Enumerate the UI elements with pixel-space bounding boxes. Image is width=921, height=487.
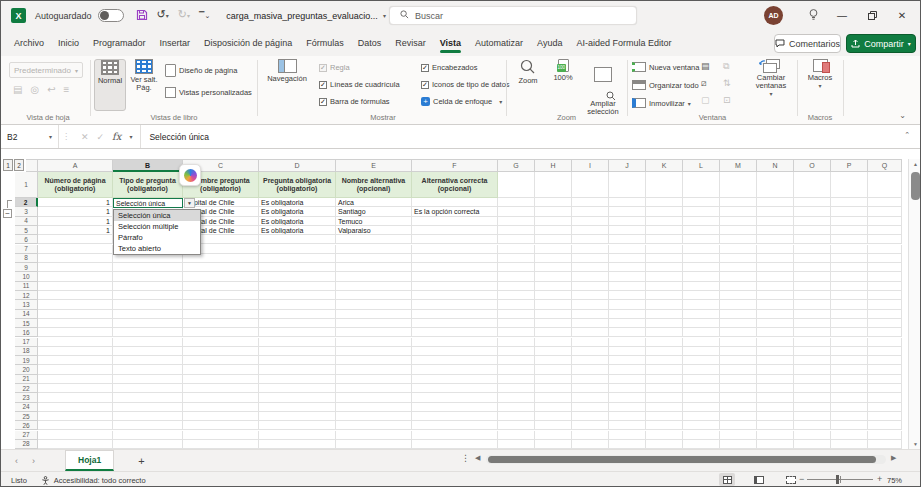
cell-F17[interactable]: [412, 338, 498, 347]
cell-J25[interactable]: [609, 412, 646, 421]
expand-formula-bar-icon[interactable]: ⌃: [904, 131, 910, 139]
cell-A19[interactable]: [38, 356, 113, 365]
cell-M13[interactable]: [720, 300, 757, 309]
cell-L8[interactable]: [683, 254, 720, 263]
cell-E24[interactable]: [336, 403, 412, 412]
cell-E26[interactable]: [336, 421, 412, 430]
cell-N9[interactable]: [757, 263, 794, 272]
cell-I24[interactable]: [572, 403, 609, 412]
row-header-21[interactable]: 21: [15, 375, 38, 384]
cell-O23[interactable]: [794, 393, 831, 402]
cell-M21[interactable]: [720, 375, 757, 384]
cell-F16[interactable]: [412, 328, 498, 337]
cell-J22[interactable]: [609, 384, 646, 393]
cell-K8[interactable]: [646, 254, 683, 263]
cell-M22[interactable]: [720, 384, 757, 393]
cell-H20[interactable]: [535, 365, 572, 374]
cell-I17[interactable]: [572, 338, 609, 347]
cell-H24[interactable]: [535, 403, 572, 412]
dropdown-arrow-icon[interactable]: ▼: [184, 198, 195, 208]
cell-D7[interactable]: [259, 245, 336, 254]
cell-M7[interactable]: [720, 245, 757, 254]
cell-H9[interactable]: [535, 263, 572, 272]
cell-J2[interactable]: [609, 198, 646, 207]
restore-button[interactable]: [857, 1, 887, 30]
checkbox-lineas-de-cuadricula[interactable]: ✓ Líneas de cuadrícula: [319, 80, 400, 89]
formula-content[interactable]: Selección única: [141, 132, 209, 142]
cell-H15[interactable]: [535, 319, 572, 328]
cell-B10[interactable]: [113, 272, 183, 281]
tab-inicio[interactable]: Inicio: [51, 32, 86, 54]
cell-D21[interactable]: [259, 375, 336, 384]
cell-A11[interactable]: [38, 282, 113, 291]
comments-button[interactable]: Comentarios: [774, 34, 841, 53]
cell-Q21[interactable]: [868, 375, 902, 384]
cell-G27[interactable]: [498, 431, 535, 440]
validation-dropdown-list[interactable]: Selección únicaSelección múltiplePárrafo…: [113, 209, 201, 255]
cell-B27[interactable]: [113, 431, 183, 440]
cell-A17[interactable]: [38, 338, 113, 347]
cell-E22[interactable]: [336, 384, 412, 393]
save-icon[interactable]: [136, 9, 148, 23]
cell-P25[interactable]: [831, 412, 868, 421]
column-header-J[interactable]: J: [609, 159, 646, 172]
cell-B14[interactable]: [113, 310, 183, 319]
cell-D3[interactable]: Es obligatoria: [259, 207, 336, 216]
freeze-panes-button[interactable]: Inmovilizar ▾: [632, 98, 691, 108]
hscroll-left-icon[interactable]: ◀: [475, 454, 480, 462]
cell-G1[interactable]: [498, 172, 535, 198]
cell-A26[interactable]: [38, 421, 113, 430]
cell-K19[interactable]: [646, 356, 683, 365]
cell-J4[interactable]: [609, 217, 646, 226]
row-header-26[interactable]: 26: [15, 421, 38, 430]
cell-Q28[interactable]: [868, 440, 902, 449]
cell-F4[interactable]: [412, 217, 498, 226]
cell-J9[interactable]: [609, 263, 646, 272]
cell-C11[interactable]: [183, 282, 259, 291]
cell-Q24[interactable]: [868, 403, 902, 412]
cell-H25[interactable]: [535, 412, 572, 421]
cell-K18[interactable]: [646, 347, 683, 356]
spreadsheet-grid[interactable]: 1 2 − ABCDEFGHIJKLMNOPQ1Número de página…: [1, 149, 921, 449]
cell-I6[interactable]: [572, 235, 609, 244]
cell-Q14[interactable]: [868, 310, 902, 319]
cell-N19[interactable]: [757, 356, 794, 365]
cell-H27[interactable]: [535, 431, 572, 440]
tab-programador[interactable]: Programador: [86, 32, 153, 54]
zoom-button[interactable]: Zoom: [511, 59, 545, 111]
cell-N17[interactable]: [757, 338, 794, 347]
cell-K23[interactable]: [646, 393, 683, 402]
cell-A22[interactable]: [38, 384, 113, 393]
cell-N16[interactable]: [757, 328, 794, 337]
cell-N22[interactable]: [757, 384, 794, 393]
cell-B25[interactable]: [113, 412, 183, 421]
cell-D6[interactable]: [259, 235, 336, 244]
cell-L10[interactable]: [683, 272, 720, 281]
cell-M27[interactable]: [720, 431, 757, 440]
cell-C26[interactable]: [183, 421, 259, 430]
cell-P6[interactable]: [831, 235, 868, 244]
cell-C15[interactable]: [183, 319, 259, 328]
cell-E28[interactable]: [336, 440, 412, 449]
cell-H7[interactable]: [535, 245, 572, 254]
cell-C13[interactable]: [183, 300, 259, 309]
zoom-in-button[interactable]: +: [877, 474, 882, 484]
cell-P1[interactable]: [831, 172, 868, 198]
cell-N18[interactable]: [757, 347, 794, 356]
normal-view-button[interactable]: Normal: [94, 59, 126, 111]
cell-E1[interactable]: Nombre alternativa (opcional): [336, 172, 412, 198]
cell-N14[interactable]: [757, 310, 794, 319]
cell-N24[interactable]: [757, 403, 794, 412]
cell-G23[interactable]: [498, 393, 535, 402]
cell-D11[interactable]: [259, 282, 336, 291]
cell-I13[interactable]: [572, 300, 609, 309]
accessibility-status[interactable]: Accesibilidad: todo correcto: [54, 476, 146, 485]
row-header-15[interactable]: 15: [15, 319, 38, 328]
cell-I22[interactable]: [572, 384, 609, 393]
sheet-tab-options-icon[interactable]: ⋮: [461, 453, 470, 463]
cell-L24[interactable]: [683, 403, 720, 412]
cell-K13[interactable]: [646, 300, 683, 309]
add-sheet-button[interactable]: +: [138, 455, 144, 467]
tab-datos[interactable]: Datos: [351, 32, 389, 54]
cell-F22[interactable]: [412, 384, 498, 393]
